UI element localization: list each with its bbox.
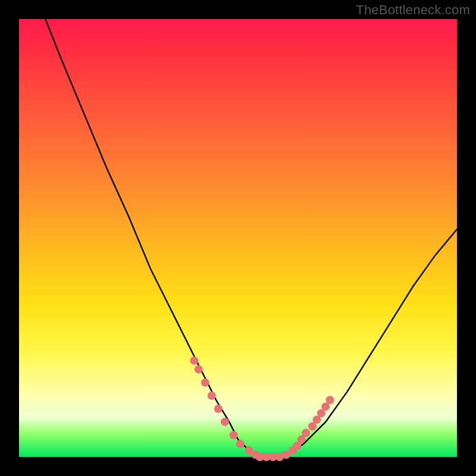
highlight-dots-bottom <box>256 442 302 461</box>
highlight-dot <box>214 405 223 413</box>
plot-area <box>19 19 457 457</box>
highlight-dot <box>236 440 245 448</box>
highlight-dot <box>190 356 198 365</box>
highlight-dots-left <box>190 356 264 461</box>
curve-layer <box>19 19 457 457</box>
highlight-dot <box>302 429 310 437</box>
highlight-dot <box>221 418 229 426</box>
highlight-dot <box>195 365 203 374</box>
highlight-dot <box>326 396 334 404</box>
highlight-dots-right <box>298 396 334 443</box>
chart-frame: TheBottleneck.com <box>0 0 476 476</box>
bottleneck-curve <box>45 19 457 457</box>
highlight-dot <box>230 431 238 439</box>
watermark-text: TheBottleneck.com <box>356 2 470 18</box>
highlight-dot <box>208 392 216 400</box>
highlight-dot <box>201 378 209 387</box>
